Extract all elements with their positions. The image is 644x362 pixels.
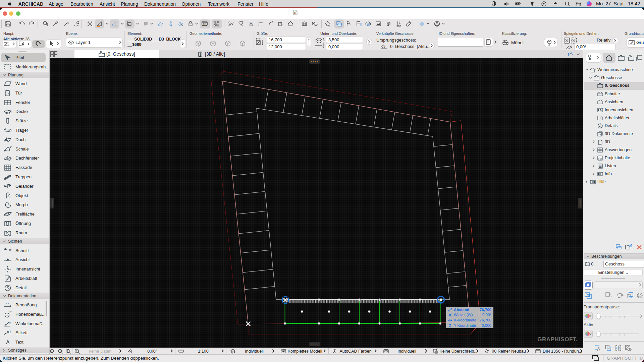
svg-text:76,700: 76,700 [480,318,491,322]
svg-text:Winkel (W): Winkel (W) [454,313,473,317]
svg-text:GRAPHISOFT.: GRAPHISOFT. [537,336,578,343]
svg-text:A: A [6,340,10,345]
svg-text:A1: A1 [7,330,11,334]
svg-text:α: α [9,321,11,324]
svg-text:0,00°: 0,00° [482,313,491,317]
svg-text:12: 12 [203,23,206,25]
svg-text:Y-Koordinate: Y-Koordinate [454,323,476,327]
svg-text:Abstand: Abstand [454,308,469,312]
svg-text:1.2: 1.2 [6,302,9,305]
svg-text:0,000: 0,000 [482,323,491,327]
svg-text:X-Koordinate: X-Koordinate [454,318,476,322]
svg-text:XY: XY [128,23,131,25]
svg-text:76,700: 76,700 [480,308,491,312]
svg-text:i: i [387,24,388,26]
svg-text:1.2: 1.2 [8,311,12,313]
